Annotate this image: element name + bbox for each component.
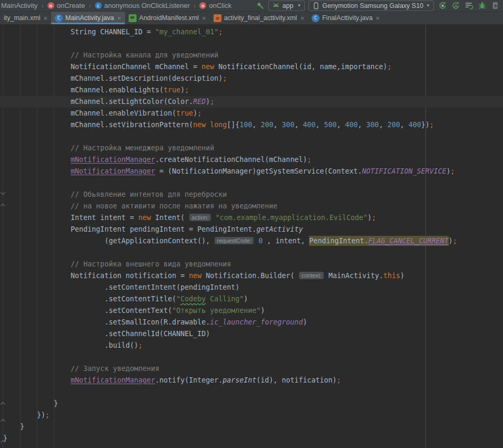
code-token: , (337, 121, 345, 129)
code-token: ; (430, 121, 434, 129)
code-token: parseInt (223, 376, 256, 384)
code-token: }) (3, 411, 45, 419)
code-token: new (189, 272, 201, 280)
code-line (3, 38, 503, 50)
code-line: NotificationChannel mChannel = new Notif… (3, 61, 503, 73)
code-token: .setContentIntent(pendingIntent) (3, 283, 239, 291)
breadcrumb-label: onClick (209, 2, 231, 9)
code-token: , intent, (263, 237, 309, 245)
fold-marker-icon[interactable] (0, 416, 6, 422)
code-line: .setContentTitle("Codeby Calling") (3, 293, 503, 305)
code-token (211, 214, 216, 222)
breadcrumb-item-anonymous-onclicklistener[interactable]: canonymous OnClickListener (95, 2, 190, 9)
code-token (3, 167, 71, 175)
code-token: ; (372, 214, 376, 222)
breadcrumb-item-oncreate[interactable]: monCreate (47, 2, 85, 9)
fold-marker-icon[interactable] (0, 399, 6, 405)
code-line: Intent intent = new Intent( action: "com… (3, 212, 503, 224)
tab-close-icon[interactable]: × (43, 15, 47, 22)
code-token: ) (260, 307, 265, 314)
tab-label: AndroidManifest.xml (139, 14, 199, 22)
tab-activity-final-acttivity-xml[interactable]: ≡activity_final_acttivity.xml× (210, 12, 308, 24)
code-token: // на новое активити после нажатия на ув… (3, 202, 277, 210)
code-token: mChannel.enableLights( (3, 86, 163, 94)
code-line: Notification notification = new Notifica… (3, 270, 503, 282)
breadcrumb-separator: › (89, 2, 91, 9)
code-line: mChannel.setLightColor(Color.RED); (3, 96, 503, 108)
code-content[interactable]: String CHANNEL_ID = "my_channel_01"; // … (0, 24, 503, 444)
parameter-hint: context: (299, 272, 324, 279)
code-line: mChannel.enableVibration(true); (3, 108, 503, 119)
code-token: Notification notification = (3, 272, 189, 280)
code-token: 200 (388, 121, 400, 129)
code-token: "com.example.myapplication.EvilCode" (216, 214, 367, 222)
code-line: (getApplicationContext(), requestCode: 0… (3, 235, 503, 247)
code-line (3, 131, 503, 142)
code-token: 400 (409, 121, 421, 129)
svg-text:A: A (454, 3, 457, 8)
code-token: } (3, 399, 58, 407)
tab-close-icon[interactable]: × (299, 15, 304, 22)
parameter-hint: action: (189, 214, 210, 221)
apply-code-changes-icon[interactable]: A (451, 1, 460, 11)
run-tasks-list-icon[interactable] (464, 1, 473, 11)
apply-changes-restart-icon[interactable] (438, 1, 447, 11)
chevron-down-icon: ▼ (426, 3, 430, 8)
code-line: // на новое активити после нажатия на ув… (3, 201, 503, 212)
breadcrumb-item-mainactivity[interactable]: MainActivity (1, 2, 37, 9)
build-hammer-icon[interactable] (255, 1, 265, 11)
code-token: , (379, 121, 388, 129)
code-token: PendingIntent. (309, 236, 368, 246)
tab-close-icon[interactable]: × (201, 15, 206, 22)
code-token: ; (223, 74, 227, 82)
profile-device-icon[interactable] (490, 1, 500, 11)
breadcrumb-list: MainActivity›monCreate›canonymous OnClic… (1, 2, 231, 9)
tab-close-icon[interactable]: × (375, 15, 380, 22)
code-token: String CHANNEL_ID = (3, 28, 155, 36)
fold-marker-icon[interactable] (0, 189, 6, 195)
code-token: , (400, 121, 409, 129)
manifest-file-icon: MF (129, 14, 137, 22)
debug-bug-icon[interactable] (477, 1, 487, 11)
code-token: ) (303, 318, 307, 326)
code-line: // Обьявление интентов для переброски (3, 189, 503, 201)
code-token: Codeby (180, 295, 206, 303)
code-line: mNotificationManager = (NotificationMana… (3, 166, 503, 177)
code-token: // Обьявление интентов для переброски (3, 190, 227, 198)
code-token: // Настройка внешнего вида уведомления (3, 260, 231, 268)
fold-marker-icon[interactable] (0, 437, 6, 443)
code-token: .setContentTitle( (3, 295, 176, 303)
device-selector[interactable]: Genymotion Samsung Galaxy S10 ▼ (308, 1, 434, 11)
breadcrumb-item-onclick[interactable]: monClick (199, 2, 231, 9)
module-selector[interactable]: app ▼ (268, 1, 305, 11)
code-token: } (3, 423, 24, 431)
method-icon: m (199, 2, 206, 9)
code-token: 400 (345, 121, 358, 129)
code-token: mNotificationManager (71, 376, 155, 384)
code-line: .setContentIntent(pendingIntent) (3, 282, 503, 293)
tab-mainactivity-java[interactable]: CMainActivity.java× (51, 12, 125, 24)
tab-ity-main-xml[interactable]: ity_main.xml× (0, 12, 51, 24)
fold-marker-icon[interactable] (0, 201, 6, 206)
code-token: this (383, 272, 400, 280)
device-phone-icon (312, 2, 320, 10)
code-token: 100 (239, 121, 252, 129)
code-line: } (3, 433, 503, 444)
tab-androidmanifest-xml[interactable]: MFAndroidManifest.xml× (125, 12, 210, 24)
code-token: 500 (324, 121, 337, 129)
code-token: Intent( (151, 214, 189, 222)
code-token (3, 156, 71, 164)
code-line: // Запуск уведомления (3, 363, 503, 375)
tab-close-icon[interactable]: × (117, 15, 121, 22)
code-editor[interactable]: String CHANNEL_ID = "my_channel_01"; // … (0, 24, 503, 448)
code-token: 400 (303, 121, 315, 129)
code-token: .setChannelId(CHANNEL_ID) (3, 330, 210, 338)
parameter-hint: requestCode: (215, 237, 254, 244)
android-head-icon (272, 2, 280, 9)
code-token: ; (210, 98, 214, 106)
tab-finalacttivity-java[interactable]: CFinalActtivity.java× (308, 12, 383, 24)
code-line (3, 177, 503, 189)
code-token: "my_channel_01" (155, 28, 218, 36)
code-line (3, 247, 503, 259)
code-token: .build() (3, 341, 138, 349)
